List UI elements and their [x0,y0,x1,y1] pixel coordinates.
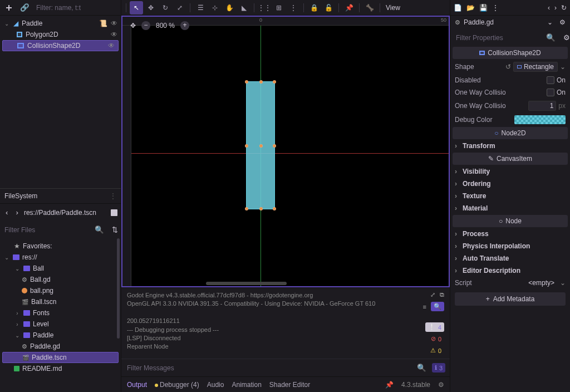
bones-icon[interactable]: 🦴 [363,1,376,14]
favorites-row[interactable]: Favorites: [0,241,121,252]
tab-debugger[interactable]: Debugger (4) [155,381,199,389]
view-menu[interactable]: View [384,2,402,14]
canvasitem-header[interactable]: ✎CanvasItem [453,153,568,165]
warning-count[interactable]: ⚠0 [428,346,444,355]
scene-tree[interactable]: ⌄ ◢ Paddle 📜 👁 Polygon2D 👁 CollisionShap… [0,16,121,188]
visibility-icon[interactable]: 👁 [108,42,115,50]
console-search-icon[interactable]: 🔍 [431,302,444,311]
script-name[interactable]: Paddle.gd [464,18,544,26]
history-icon[interactable]: ↻ [561,4,567,12]
folder-paddle[interactable]: ⌄Paddle [0,330,121,341]
folder-fonts[interactable]: ›Fonts [0,307,121,318]
search-icon[interactable]: 🔍 [415,361,429,374]
sort-icon[interactable]: ⇅ [110,223,120,236]
resize-handle[interactable] [259,144,263,148]
console-output[interactable]: Godot Engine v4.3.stable.official.77dcf9… [127,291,419,355]
toggle-view-icon[interactable] [111,209,117,216]
settings-icon[interactable]: ⚙ [561,31,570,44]
select-tool-icon[interactable]: ↖ [130,1,143,14]
tree-node-polygon[interactable]: Polygon2D 👁 [0,29,121,40]
visibility-icon[interactable]: 👁 [111,31,117,38]
search-icon[interactable]: 🔍 [544,31,558,44]
add-node-button[interactable] [3,2,14,13]
path-display[interactable]: res://Paddle/Paddle.tscn [24,209,107,217]
lock-icon[interactable]: 🔒 [307,1,321,14]
info-count[interactable]: ℹ3 [432,363,445,373]
resize-handle[interactable] [273,207,276,210]
pan-tool-icon[interactable]: ✋ [223,1,236,14]
snap-menu-icon[interactable]: ⋮ [287,1,300,14]
clear-icon[interactable]: ≡ [423,303,426,310]
save-resource-icon[interactable]: 💾 [479,4,488,12]
chevron-down-icon[interactable]: ⌄ [560,63,566,71]
fold-process[interactable]: ›Process [450,228,570,240]
zoom-out-button[interactable]: − [141,21,150,30]
group-icon[interactable]: 📌 [342,1,356,14]
node-header[interactable]: ○Node [453,215,568,227]
fold-visibility[interactable]: ›Visibility [450,165,570,178]
path-back-button[interactable]: ‹ [3,206,10,219]
grid-snap-icon[interactable]: ⊞ [272,1,286,14]
revert-icon[interactable]: ↺ [505,63,511,71]
tab-animation[interactable]: Animation [232,381,261,389]
fold-physics[interactable]: ›Physics Interpolation [450,240,570,252]
class-header[interactable]: CollisionShape2D [453,47,568,59]
move-tool-icon[interactable]: ✥ [144,1,158,14]
link-icon[interactable]: 🔗 [18,1,32,14]
history-back-icon[interactable]: ‹ [548,4,550,12]
zoom-in-button[interactable]: + [180,21,189,30]
fold-editordesc[interactable]: ›Editor Description [450,264,570,277]
folder-root[interactable]: ⌄res:// [0,252,121,263]
pivot-tool-icon[interactable]: ⊹ [208,1,222,14]
viewport[interactable]: 0 50 ✥ − 800 % + [121,16,450,287]
resize-handle[interactable] [245,207,248,210]
margin-input[interactable]: 1 [528,101,556,111]
copy-icon[interactable]: ⧉ [440,291,444,298]
oneway-checkbox[interactable] [547,89,554,96]
file-ball-tscn[interactable]: Ball.tscn [0,296,121,307]
resize-handle[interactable] [259,80,263,84]
new-resource-icon[interactable]: 📄 [454,4,462,12]
resize-handle[interactable] [245,80,248,84]
add-metadata-button[interactable]: + Add Metadata [455,292,566,306]
tab-audio[interactable]: Audio [207,381,224,389]
load-resource-icon[interactable]: 📂 [466,4,475,12]
tab-shader[interactable]: Shader Editor [269,381,310,389]
expand-icon[interactable]: ⤢ [430,291,435,298]
resize-handle[interactable] [273,80,276,84]
node2d-header[interactable]: ○Node2D [453,127,568,139]
zoom-value[interactable]: 800 % [156,22,175,30]
file-ball-png[interactable]: ball.png [0,285,121,296]
script-value[interactable]: <empty> [528,279,554,287]
filter-messages-input[interactable] [126,363,411,373]
fold-autotranslate[interactable]: ›Auto Translate [450,252,570,264]
ruler-tool-icon[interactable]: ◣ [237,1,250,14]
settings-icon[interactable]: ⚙ [438,381,444,389]
collision-shape[interactable] [246,81,275,209]
fold-ordering[interactable]: ›Ordering [450,178,570,190]
tab-output[interactable]: Output [127,381,147,389]
alert-count[interactable]: ❕4 [425,322,444,332]
resize-handle[interactable] [245,144,248,148]
center-view-icon[interactable]: ✥ [130,22,136,30]
file-readme[interactable]: README.md [0,363,121,374]
inspector[interactable]: CollisionShape2D Shape ↺ Rectangle ⌄ Dis… [450,46,570,392]
filter-properties-input[interactable] [455,33,540,43]
notification-icon[interactable]: 📌 [385,381,394,389]
visibility-icon[interactable]: 👁 [111,19,117,27]
history-forward-icon[interactable]: › [554,4,557,12]
filter-files-input[interactable] [3,225,89,235]
resize-handle[interactable] [259,207,263,210]
scale-tool-icon[interactable]: ⤢ [173,1,186,14]
folder-level[interactable]: ›Level [0,318,121,330]
search-icon[interactable]: 🔍 [92,223,106,236]
error-count[interactable]: ⊘0 [428,334,444,344]
snap-options-icon[interactable]: ⋮⋮ [258,1,271,14]
script-icon[interactable]: 📜 [99,19,107,27]
file-paddle-gd[interactable]: Paddle.gd [0,341,121,352]
tree-node-collision[interactable]: CollisionShape2D 👁 [2,40,119,51]
resize-handle[interactable] [273,144,276,148]
shape-dropdown[interactable]: Rectangle [513,62,558,72]
scene-filter-input[interactable] [35,3,121,13]
disabled-checkbox[interactable] [547,76,554,84]
